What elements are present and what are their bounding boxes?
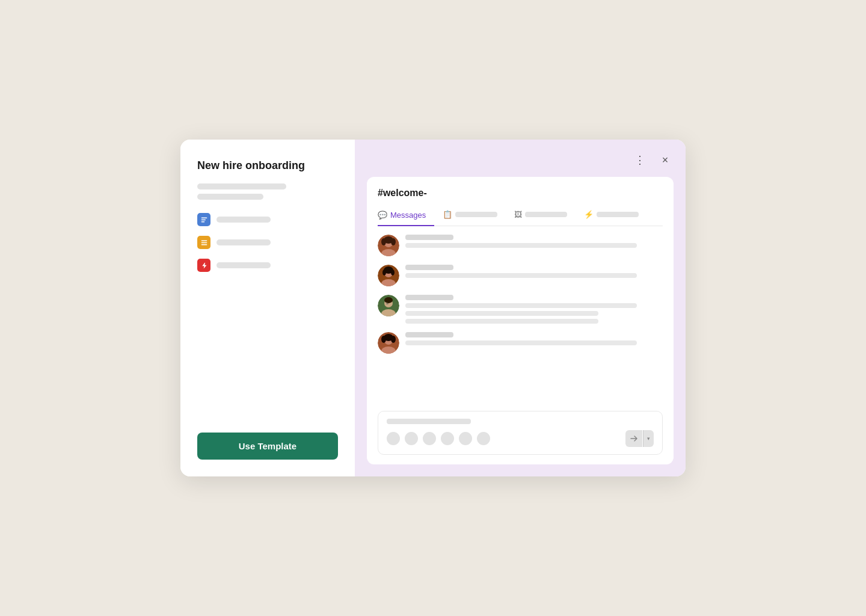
checklist-icon (197, 213, 210, 226)
list-icon (197, 236, 210, 249)
use-template-button[interactable]: Use Template (197, 433, 338, 460)
send-arrow-icon (625, 430, 642, 447)
message-name-skeleton (405, 265, 453, 270)
tab-automation[interactable]: ⚡ (584, 206, 647, 226)
close-icon[interactable]: × (657, 152, 674, 168)
svg-rect-1 (201, 220, 205, 221)
message-content (405, 295, 663, 324)
tab-files[interactable]: 📋 (443, 206, 506, 226)
avatar (378, 332, 399, 354)
toolbar-extra-icon[interactable] (477, 432, 490, 445)
avatar (378, 265, 399, 286)
feature-text-3 (216, 262, 271, 268)
panel-header: ⋮ × (367, 152, 674, 168)
tab-media[interactable]: 🖼 (514, 206, 576, 226)
channel-name: #welcome- (378, 188, 663, 199)
tab-files-skeleton (455, 212, 497, 217)
message-line-skeleton-2 (405, 311, 598, 316)
toolbar-attachment-icon[interactable] (405, 432, 418, 445)
avatar (378, 295, 399, 316)
message-input-area[interactable]: ▾ (378, 411, 663, 455)
tab-automation-skeleton (597, 212, 639, 217)
files-tab-icon: 📋 (443, 210, 452, 219)
channel-card: #welcome- 💬 Messages 📋 🖼 ⚡ (367, 177, 674, 464)
left-panel: New hire onboarding (180, 140, 355, 476)
message-content (405, 265, 663, 278)
feature-item-3 (197, 259, 338, 272)
feature-text-2 (216, 239, 271, 245)
feature-item-1 (197, 213, 338, 226)
svg-point-17 (391, 270, 395, 276)
message-name-skeleton (405, 235, 453, 240)
svg-rect-3 (201, 240, 207, 241)
svg-point-16 (382, 270, 386, 276)
svg-point-21 (384, 297, 393, 303)
toolbar-mention-icon[interactable] (423, 432, 436, 445)
channel-tabs: 💬 Messages 📋 🖼 ⚡ (378, 206, 663, 226)
desc-skeleton-2 (197, 194, 263, 200)
send-button[interactable]: ▾ (625, 430, 654, 447)
table-row (378, 332, 663, 354)
lightning-icon (197, 259, 210, 272)
table-row (378, 235, 663, 256)
more-options-icon[interactable]: ⋮ (631, 152, 648, 168)
message-line-skeleton (405, 303, 637, 308)
message-line-skeleton (405, 243, 637, 248)
toolbar-emoji-icon[interactable] (387, 432, 400, 445)
tab-messages[interactable]: 💬 Messages (378, 206, 434, 226)
send-dropdown-icon[interactable]: ▾ (643, 430, 654, 447)
template-title: New hire onboarding (197, 159, 338, 173)
message-line-skeleton (405, 340, 637, 345)
message-content (405, 235, 663, 248)
right-panel: ⋮ × #welcome- 💬 Messages 📋 🖼 (355, 140, 686, 476)
input-placeholder-skeleton (387, 419, 471, 424)
toolbar-more-icon[interactable] (459, 432, 472, 445)
svg-point-10 (381, 238, 386, 245)
svg-rect-2 (201, 221, 204, 223)
message-line-skeleton (405, 273, 637, 278)
media-tab-icon: 🖼 (514, 210, 522, 219)
feature-text-1 (216, 217, 271, 223)
message-content (405, 332, 663, 345)
table-row (378, 265, 663, 286)
message-line-skeleton-3 (405, 319, 598, 324)
svg-point-27 (381, 336, 386, 343)
messages-area (378, 235, 663, 405)
modal-container: New hire onboarding (180, 140, 686, 476)
tab-messages-label: Messages (390, 211, 426, 220)
tab-media-skeleton (525, 212, 567, 217)
svg-rect-5 (201, 244, 207, 245)
svg-point-28 (391, 336, 396, 343)
svg-rect-0 (201, 217, 207, 218)
avatar (378, 235, 399, 256)
message-name-skeleton (405, 295, 453, 300)
svg-rect-4 (201, 242, 207, 244)
message-name-skeleton (405, 332, 453, 337)
input-toolbar: ▾ (387, 430, 654, 447)
svg-point-11 (391, 238, 396, 245)
table-row (378, 295, 663, 324)
toolbar-format-icon[interactable] (441, 432, 454, 445)
svg-rect-22 (386, 303, 388, 304)
automation-tab-icon: ⚡ (584, 210, 594, 219)
desc-skeleton-1 (197, 183, 286, 189)
messages-tab-icon: 💬 (378, 211, 387, 220)
feature-item-2 (197, 236, 338, 249)
